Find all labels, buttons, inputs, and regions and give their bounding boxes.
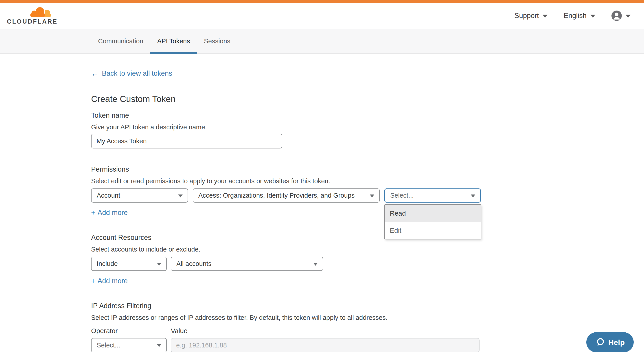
ip-filtering-heading: IP Address Filtering xyxy=(91,302,644,310)
tab-sessions[interactable]: Sessions xyxy=(197,29,238,53)
language-menu[interactable]: English xyxy=(564,12,595,20)
permission-scope-value: Account xyxy=(97,192,120,199)
header-menus: Support English xyxy=(514,11,630,21)
user-avatar-icon xyxy=(612,11,622,21)
ip-value-input xyxy=(171,338,480,352)
chevron-down-icon xyxy=(313,263,318,266)
chevron-down-icon xyxy=(626,15,630,18)
access-option-read-label: Read xyxy=(390,210,406,217)
cloudflare-logo[interactable]: CLOUDFLARE xyxy=(7,7,53,25)
ip-operator-value: Select... xyxy=(97,341,120,349)
account-resources-add-more-link[interactable]: + Add more xyxy=(91,277,128,285)
cloudflare-cloud-icon xyxy=(7,7,53,18)
account-resources-mode-value: Include xyxy=(97,260,118,267)
chevron-down-icon xyxy=(178,194,183,197)
token-name-input[interactable] xyxy=(91,134,282,148)
token-name-heading: Token name xyxy=(91,111,644,120)
access-dropdown-menu: Read Edit xyxy=(384,204,481,239)
main-content: ← Back to view all tokens Create Custom … xyxy=(0,54,644,352)
access-option-edit[interactable]: Edit xyxy=(385,222,481,239)
permissions-heading: Permissions xyxy=(91,165,644,174)
chevron-down-icon xyxy=(590,15,595,18)
help-button-label: Help xyxy=(608,338,625,347)
account-resources-scope-value: All accounts xyxy=(176,260,212,267)
chat-bubble-icon xyxy=(595,337,605,347)
account-resources-heading: Account Resources xyxy=(91,233,644,242)
page-title: Create Custom Token xyxy=(91,94,644,104)
permission-resource-select[interactable]: Access: Organizations, Identity Provider… xyxy=(193,188,380,203)
tab-communication-label: Communication xyxy=(98,38,143,45)
permission-access-select[interactable]: Select... Read Edit xyxy=(384,188,481,203)
support-menu[interactable]: Support xyxy=(514,12,548,20)
ip-filtering-row: Select... xyxy=(91,338,644,352)
account-resources-description: Select accounts to include or exclude. xyxy=(91,245,644,253)
tab-api-tokens[interactable]: API Tokens xyxy=(150,29,197,53)
help-button[interactable]: Help xyxy=(586,332,634,352)
permission-scope-select[interactable]: Account xyxy=(91,188,188,203)
account-menu[interactable] xyxy=(612,11,630,21)
permission-resource-value: Access: Organizations, Identity Provider… xyxy=(198,192,354,199)
brand-top-bar xyxy=(0,0,644,3)
cloudflare-wordmark: CLOUDFLARE xyxy=(7,18,53,25)
plus-icon: + xyxy=(91,209,95,217)
support-menu-label: Support xyxy=(514,12,539,20)
permissions-add-more-label: Add more xyxy=(98,209,128,217)
header: CLOUDFLARE Support English xyxy=(0,3,644,29)
tab-communication[interactable]: Communication xyxy=(91,29,150,53)
back-to-tokens-link[interactable]: ← Back to view all tokens xyxy=(91,69,172,78)
language-menu-label: English xyxy=(564,12,586,20)
tab-sessions-label: Sessions xyxy=(204,38,230,45)
chevron-down-icon xyxy=(471,194,475,197)
chevron-down-icon xyxy=(370,194,374,197)
ip-filtering-description: Select IP addresses or ranges of IP addr… xyxy=(91,314,644,321)
account-resources-row: Include All accounts xyxy=(91,257,644,271)
plus-icon: + xyxy=(91,277,95,285)
operator-label: Operator xyxy=(91,327,171,335)
token-name-description: Give your API token a descriptive name. xyxy=(91,123,644,131)
permissions-add-more-link[interactable]: + Add more xyxy=(91,209,128,217)
account-resources-add-more-label: Add more xyxy=(98,277,128,285)
value-label: Value xyxy=(171,327,188,335)
access-option-edit-label: Edit xyxy=(390,227,402,234)
permissions-row: Account Access: Organizations, Identity … xyxy=(91,188,644,203)
permissions-description: Select edit or read permissions to apply… xyxy=(91,177,644,185)
tab-api-tokens-label: API Tokens xyxy=(157,38,190,45)
ip-filtering-labels: Operator Value xyxy=(91,327,644,335)
account-resources-mode-select[interactable]: Include xyxy=(91,257,167,271)
back-link-label: Back to view all tokens xyxy=(102,69,172,78)
chevron-down-icon xyxy=(157,344,161,347)
ip-operator-select[interactable]: Select... xyxy=(91,338,167,352)
back-arrow-icon: ← xyxy=(91,69,99,78)
account-resources-scope-select[interactable]: All accounts xyxy=(171,257,323,271)
profile-tab-bar: Communication API Tokens Sessions xyxy=(0,29,644,54)
chevron-down-icon xyxy=(157,263,161,266)
chevron-down-icon xyxy=(542,15,548,18)
permission-access-value: Select... xyxy=(390,192,414,199)
access-option-read[interactable]: Read xyxy=(385,205,481,222)
